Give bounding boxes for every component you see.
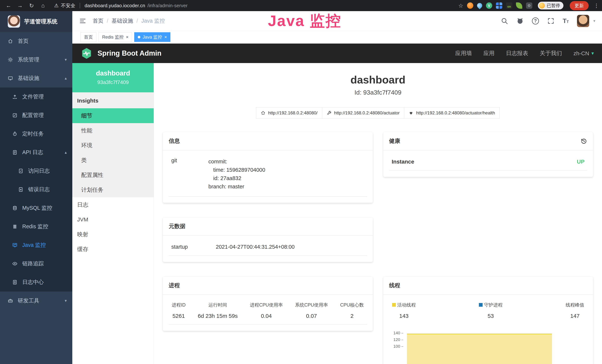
- sba-item-caches[interactable]: 缓存: [72, 242, 154, 257]
- security-label: 不安全: [61, 2, 75, 9]
- close-icon[interactable]: ×: [164, 35, 167, 39]
- extension-icon-grid[interactable]: [496, 2, 502, 9]
- sba-item-metrics[interactable]: 性能: [72, 123, 154, 138]
- wrench-icon: [327, 110, 332, 115]
- sidebar-item-log-center[interactable]: 日志中心: [0, 273, 72, 291]
- monitor-icon: [8, 76, 13, 81]
- user-avatar[interactable]: [577, 15, 589, 27]
- chevron-up-icon: ▴: [65, 76, 67, 81]
- tab-home[interactable]: 首页: [80, 32, 97, 42]
- sidebar-item-access-logs[interactable]: 访问日志: [0, 162, 72, 180]
- profile-paused-badge[interactable]: 已暂停: [538, 2, 563, 10]
- sba-insights-label: Insights: [72, 92, 154, 108]
- process-card: 进程 进程ID 5261 运行时间 6d 23h 15m 59s: [163, 277, 373, 331]
- sba-item-classes[interactable]: 类: [72, 153, 154, 168]
- legend-live-swatch: [392, 303, 396, 307]
- close-icon[interactable]: ×: [126, 35, 129, 39]
- health-url-button[interactable]: http://192.168.0.2:48080/actuator/health: [404, 107, 500, 119]
- github-icon[interactable]: [516, 17, 524, 25]
- browser-chrome: ← → ↻ ⌂ ⚠ 不安全 dashboard.yudao.iocoder.cn…: [0, 0, 602, 11]
- sba-item-environment[interactable]: 环境: [72, 138, 154, 153]
- sba-nav-about[interactable]: 关于我们: [540, 50, 562, 57]
- extensions-puzzle-icon[interactable]: ⚙: [526, 2, 532, 9]
- app-logo-avatar: [8, 15, 20, 28]
- sidebar-item-system-mgmt[interactable]: 系统管理 ▾: [0, 50, 72, 69]
- extension-icon-proxy[interactable]: on: [506, 2, 512, 9]
- bookmark-star-icon[interactable]: ☆: [458, 2, 463, 9]
- app-logo[interactable]: 芋道管理系统: [0, 11, 72, 32]
- threads-area-series: [407, 334, 552, 364]
- sidebar-item-api-logs[interactable]: API 日志 ▴: [0, 143, 72, 162]
- extension-icon-vue[interactable]: V: [486, 2, 492, 9]
- sba-locale-select[interactable]: zh-CN ▾: [573, 50, 594, 57]
- instance-title: dashboard: [163, 74, 593, 86]
- service-url-button[interactable]: http://192.168.0.2:48080/: [256, 107, 322, 119]
- sba-nav-wallboard[interactable]: 应用墙: [455, 50, 472, 57]
- sba-item-jvm[interactable]: JVM: [72, 212, 154, 227]
- sidebar-item-error-logs[interactable]: 错误日志: [0, 180, 72, 199]
- font-size-icon[interactable]: TT: [563, 17, 569, 24]
- process-stat: 运行时间 6d 23h 15m 59s: [198, 302, 238, 319]
- sidebar-item-file-mgmt[interactable]: 文件管理: [0, 87, 72, 106]
- log-document-icon: [12, 280, 17, 285]
- metadata-card-header: 元数据: [163, 217, 373, 236]
- sba-item-mappings[interactable]: 映射: [72, 227, 154, 242]
- breadcrumb-home[interactable]: 首页: [93, 17, 103, 25]
- home-icon: [261, 110, 266, 115]
- sidebar-item-tracing[interactable]: 链路追踪: [0, 254, 72, 273]
- header-icons: ? TT ▾: [501, 15, 595, 27]
- actuator-url-button[interactable]: http://192.168.0.2:48080/actuator: [322, 107, 404, 119]
- tab-java-monitor[interactable]: Java 监控 ×: [134, 32, 170, 42]
- document-x-icon: [18, 187, 23, 192]
- info-card-body: git commit: time: 1596289704000 id: 27aa…: [163, 150, 373, 203]
- forward-button[interactable]: →: [15, 2, 25, 9]
- extension-icon-drop[interactable]: [476, 2, 483, 9]
- extension-icon-orange[interactable]: [467, 2, 473, 9]
- search-icon[interactable]: [501, 17, 508, 25]
- sba-item-config-props[interactable]: 配置属性: [72, 168, 154, 182]
- document-check-icon: [18, 168, 23, 173]
- process-stat: 系统CPU使用率 0.07: [295, 302, 328, 319]
- instance-subtitle: Id: 93a3fc7f7409: [163, 89, 593, 96]
- database-icon: [12, 205, 17, 211]
- extensions-cluster: ☆ V on ⚙ 已暂停 更新 ⋮: [458, 1, 598, 10]
- sba-item-scheduled-tasks[interactable]: 计划任务: [72, 182, 154, 197]
- hamburger-menu-icon[interactable]: [79, 17, 86, 25]
- address-bar[interactable]: ⚠ 不安全 dashboard.yudao.iocoder.cn/infra/a…: [54, 2, 188, 9]
- sidebar-item-home[interactable]: 首页: [0, 32, 72, 50]
- monitor-chart-icon: [12, 243, 17, 248]
- tags-view-bar: 首页 Redis 监控 × Java 监控 ×: [72, 31, 602, 43]
- sidebar-item-mysql-monitor[interactable]: MySQL 监控: [0, 199, 72, 217]
- fullscreen-icon[interactable]: [547, 17, 555, 25]
- process-stat: 进程CPU使用率 0.04: [250, 302, 283, 319]
- back-button[interactable]: ←: [4, 2, 13, 9]
- browser-menu-icon[interactable]: ⋮: [594, 3, 598, 9]
- sidebar-item-config-mgmt[interactable]: 配置管理: [0, 106, 72, 125]
- sidebar-item-infrastructure[interactable]: 基础设施 ▴: [0, 69, 72, 87]
- health-instance-row[interactable]: Instance UP: [389, 157, 587, 171]
- extension-icon-leaf[interactable]: [516, 2, 522, 9]
- chrome-update-button[interactable]: 更新: [570, 1, 589, 10]
- history-icon[interactable]: [580, 138, 587, 144]
- cards-grid: 信息 git commit: time: 1596289704000 id: 2…: [163, 132, 593, 364]
- info-card: 信息 git commit: time: 1596289704000 id: 2…: [163, 132, 373, 203]
- help-icon[interactable]: ?: [532, 17, 539, 24]
- sba-item-logs[interactable]: 日志: [72, 197, 154, 212]
- sba-brand-title[interactable]: Spring Boot Admin: [97, 49, 161, 57]
- address-divider: [80, 3, 80, 8]
- upload-icon: [12, 94, 17, 99]
- sidebar-item-dev-tools[interactable]: 研发工具 ▾: [0, 291, 72, 310]
- user-caret-icon[interactable]: ▾: [593, 19, 595, 23]
- sba-nav-applications[interactable]: 应用: [483, 50, 494, 57]
- breadcrumb-infrastructure[interactable]: 基础设施: [112, 17, 133, 25]
- reload-button[interactable]: ↻: [27, 2, 36, 9]
- sba-item-details[interactable]: 细节: [72, 108, 154, 123]
- sba-nav-journal[interactable]: 日志报表: [506, 50, 528, 57]
- info-git-key: git: [171, 157, 208, 191]
- browser-home-button[interactable]: ⌂: [38, 2, 48, 9]
- sidebar-item-redis-monitor[interactable]: Redis 监控: [0, 217, 72, 236]
- sidebar-item-scheduled-jobs[interactable]: 定时任务: [0, 125, 72, 143]
- sidebar-item-java-monitor[interactable]: Java 监控: [0, 236, 72, 254]
- tab-redis-monitor[interactable]: Redis 监控 ×: [99, 32, 132, 42]
- sba-instance-block[interactable]: dashboard 93a3fc7f7409: [72, 63, 154, 92]
